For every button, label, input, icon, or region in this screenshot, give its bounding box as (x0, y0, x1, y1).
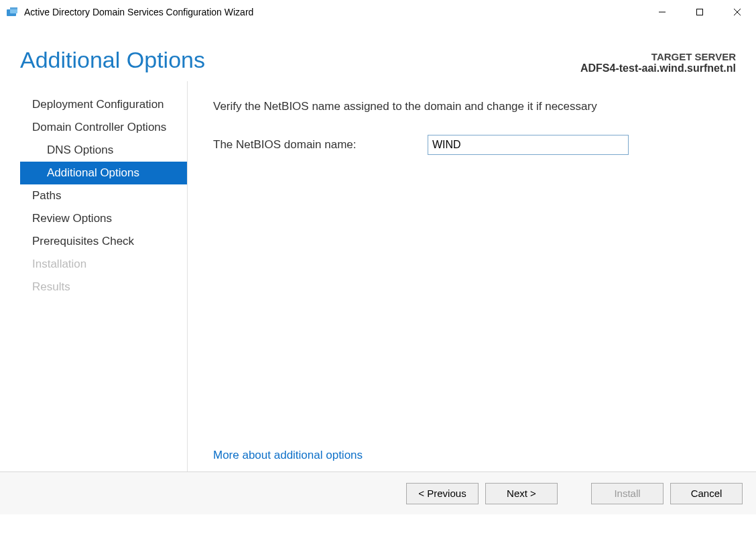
nav-item-installation: Installation (20, 253, 187, 276)
netbios-label: The NetBIOS domain name: (213, 138, 428, 152)
next-button[interactable]: Next > (485, 483, 558, 504)
header: Additional Options TARGET SERVER ADFS4-t… (0, 24, 756, 81)
nav-item-results: Results (20, 276, 187, 298)
nav-sidebar: Deployment ConfigurationDomain Controlle… (20, 81, 188, 471)
page-title: Additional Options (20, 47, 205, 73)
install-button: Install (591, 483, 664, 504)
nav-item-prerequisites-check[interactable]: Prerequisites Check (20, 230, 187, 253)
svg-line-6 (734, 9, 741, 15)
minimize-button[interactable] (643, 0, 681, 24)
content-pane: Verify the NetBIOS name assigned to the … (188, 81, 756, 471)
footer: < Previous Next > Install Cancel (0, 471, 756, 514)
target-server-block: TARGET SERVER ADFS4-test-aai.wind.surfne… (580, 51, 736, 74)
previous-button[interactable]: < Previous (406, 483, 479, 504)
netbios-input[interactable] (428, 135, 629, 155)
nav-item-review-options[interactable]: Review Options (20, 207, 187, 230)
nav-item-deployment-configuration[interactable]: Deployment Configuration (20, 93, 187, 116)
svg-line-5 (734, 9, 741, 15)
window-title: Active Directory Domain Services Configu… (24, 7, 253, 17)
nav-item-additional-options[interactable]: Additional Options (20, 162, 187, 184)
nav-item-dns-options[interactable]: DNS Options (20, 139, 187, 162)
target-server-label: TARGET SERVER (580, 51, 736, 62)
nav-item-paths[interactable]: Paths (20, 184, 187, 207)
netbios-field-row: The NetBIOS domain name: (213, 135, 736, 155)
app-icon (5, 5, 19, 19)
close-button[interactable] (718, 0, 756, 24)
window-controls (643, 0, 756, 24)
target-server-value: ADFS4-test-aai.wind.surfnet.nl (580, 62, 736, 74)
cancel-button[interactable]: Cancel (670, 483, 743, 504)
titlebar: Active Directory Domain Services Configu… (0, 0, 756, 24)
svg-rect-4 (697, 9, 703, 15)
nav-item-domain-controller-options[interactable]: Domain Controller Options (20, 116, 187, 139)
maximize-button[interactable] (681, 0, 718, 24)
svg-rect-2 (10, 7, 17, 9)
instruction-text: Verify the NetBIOS name assigned to the … (213, 100, 736, 113)
more-about-link[interactable]: More about additional options (213, 449, 363, 462)
